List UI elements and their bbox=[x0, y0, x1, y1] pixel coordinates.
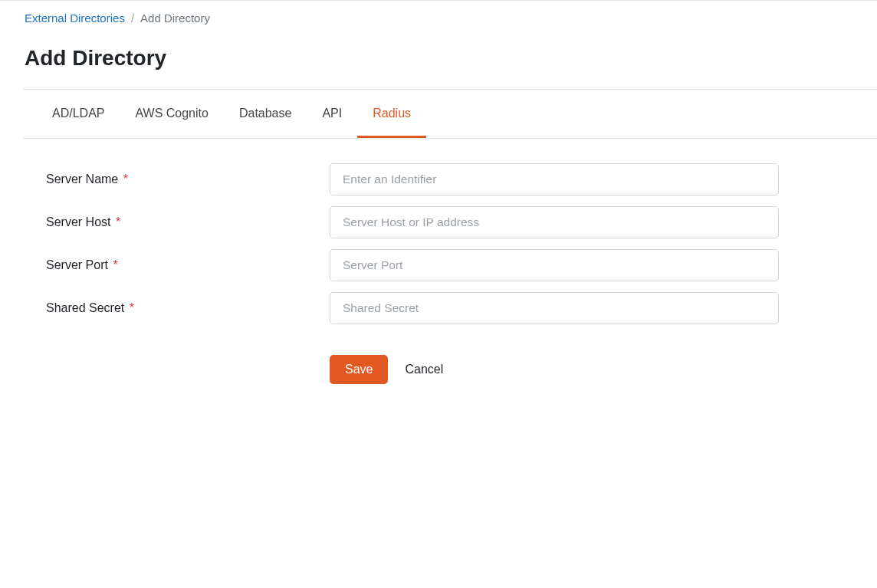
tab-ad-ldap[interactable]: AD/LDAP bbox=[37, 90, 120, 138]
server-port-input[interactable] bbox=[330, 249, 779, 281]
form-row-shared-secret: Shared Secret * bbox=[46, 292, 877, 324]
tab-bar: AD/LDAP AWS Cognito Database API Radius bbox=[23, 89, 877, 139]
required-marker: * bbox=[130, 301, 134, 314]
required-marker: * bbox=[116, 215, 120, 228]
form-area: Server Name * Server Host * Server Port … bbox=[0, 139, 877, 384]
tab-aws-cognito[interactable]: AWS Cognito bbox=[120, 90, 223, 138]
server-name-input[interactable] bbox=[330, 163, 779, 195]
tab-api[interactable]: API bbox=[307, 90, 357, 138]
form-row-server-name: Server Name * bbox=[46, 163, 877, 195]
shared-secret-label: Shared Secret * bbox=[46, 301, 330, 315]
cancel-button[interactable]: Cancel bbox=[405, 355, 443, 384]
tab-database[interactable]: Database bbox=[224, 90, 307, 138]
save-button[interactable]: Save bbox=[330, 355, 388, 384]
server-host-label: Server Host * bbox=[46, 215, 330, 229]
server-name-label: Server Name * bbox=[46, 172, 330, 186]
breadcrumb-parent-link[interactable]: External Directories bbox=[25, 11, 125, 25]
breadcrumb-current: Add Directory bbox=[140, 11, 210, 25]
required-marker: * bbox=[113, 258, 117, 271]
tab-radius[interactable]: Radius bbox=[357, 90, 426, 138]
required-marker: * bbox=[123, 172, 128, 186]
server-port-label: Server Port * bbox=[46, 258, 330, 272]
form-row-server-host: Server Host * bbox=[46, 206, 877, 238]
breadcrumb: External Directories / Add Directory bbox=[0, 11, 877, 25]
server-host-input[interactable] bbox=[330, 206, 779, 238]
form-row-server-port: Server Port * bbox=[46, 249, 877, 281]
shared-secret-input[interactable] bbox=[330, 292, 779, 324]
page-title: Add Directory bbox=[0, 25, 877, 89]
breadcrumb-separator: / bbox=[131, 11, 134, 25]
form-actions: Save Cancel bbox=[330, 355, 877, 384]
